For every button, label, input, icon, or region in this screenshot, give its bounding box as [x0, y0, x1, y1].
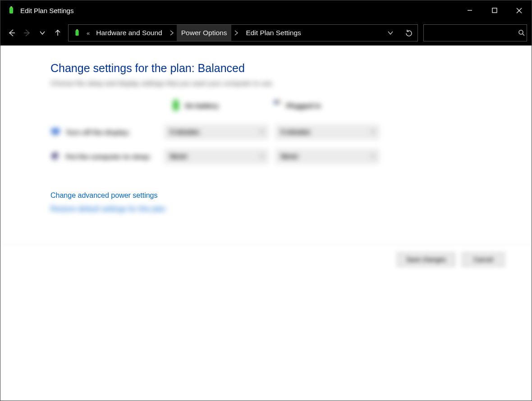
- nav-forward-button[interactable]: [19, 25, 35, 41]
- nav-up-button[interactable]: [50, 25, 65, 41]
- page-subtext: Choose the sleep and display settings th…: [50, 79, 505, 87]
- sleep-battery-dropdown[interactable]: Never: [165, 150, 268, 163]
- svg-rect-16: [54, 134, 57, 136]
- svg-rect-1: [10, 6, 12, 8]
- column-headers: On battery Plugged in: [171, 99, 505, 112]
- row-sleep: Put the computer to sleep: Never Never: [50, 146, 505, 166]
- plugged-in-label: Plugged in: [286, 102, 321, 109]
- restore-defaults-link[interactable]: Restore default settings for this plan: [50, 205, 505, 213]
- save-changes-button[interactable]: Save changes: [397, 252, 455, 267]
- display-icon: [50, 127, 60, 137]
- chevron-right-icon[interactable]: [231, 25, 241, 41]
- maximize-button[interactable]: [482, 0, 507, 20]
- display-battery-dropdown[interactable]: 5 minutes: [165, 125, 268, 139]
- search-box[interactable]: [423, 24, 527, 41]
- svg-rect-13: [174, 99, 177, 101]
- plugged-in-header: Plugged in: [273, 99, 321, 112]
- plug-icon: [273, 99, 282, 112]
- cancel-button[interactable]: Cancel: [462, 252, 505, 267]
- svg-line-11: [523, 34, 524, 36]
- svg-rect-15: [51, 128, 60, 134]
- row-label: Put the computer to sleep:: [66, 153, 165, 160]
- sleep-plugged-dropdown[interactable]: Never: [276, 150, 379, 163]
- window-title: Edit Plan Settings: [20, 7, 73, 14]
- breadcrumb-overflow-icon[interactable]: «: [85, 30, 92, 36]
- refresh-button[interactable]: [399, 25, 417, 41]
- change-advanced-link[interactable]: Change advanced power settings: [50, 191, 505, 200]
- close-button[interactable]: [507, 0, 532, 20]
- on-battery-header: On battery: [171, 99, 219, 112]
- battery-app-icon: [73, 29, 81, 37]
- nav-back-button[interactable]: [4, 25, 19, 41]
- address-history-dropdown[interactable]: [381, 25, 399, 41]
- battery-icon: [171, 99, 180, 112]
- on-battery-label: On battery: [185, 102, 219, 109]
- titlebar: Edit Plan Settings: [0, 0, 532, 20]
- minimize-button[interactable]: [457, 0, 482, 20]
- row-turn-off-display: Turn off the display: 5 minutes 5 minute…: [50, 122, 505, 142]
- svg-rect-3: [492, 8, 497, 13]
- svg-rect-12: [173, 100, 179, 110]
- sleep-icon: [50, 151, 60, 161]
- breadcrumb-power-options[interactable]: Power Options: [177, 25, 232, 41]
- address-bar[interactable]: « Hardware and Sound Power Options Edit …: [68, 24, 418, 41]
- svg-rect-9: [76, 29, 78, 31]
- row-label: Turn off the display:: [66, 128, 165, 136]
- content-area: Change settings for the plan: Balanced C…: [27, 46, 505, 213]
- breadcrumb-edit-plan-settings[interactable]: Edit Plan Settings: [241, 25, 305, 41]
- display-plugged-dropdown[interactable]: 5 minutes: [276, 125, 379, 139]
- navbar: « Hardware and Sound Power Options Edit …: [0, 20, 532, 46]
- breadcrumb-hardware-and-sound[interactable]: Hardware and Sound: [92, 25, 167, 41]
- links-section: Change advanced power settings Restore d…: [50, 191, 505, 213]
- page-heading: Change settings for the plan: Balanced: [50, 62, 505, 75]
- svg-rect-8: [75, 30, 78, 36]
- svg-point-10: [519, 30, 523, 34]
- nav-recent-button[interactable]: [35, 25, 50, 41]
- svg-point-14: [274, 100, 279, 104]
- search-icon[interactable]: [517, 25, 527, 41]
- footer-buttons: Save changes Cancel: [0, 244, 532, 275]
- search-input[interactable]: [424, 29, 517, 37]
- svg-rect-0: [9, 7, 13, 14]
- battery-app-icon: [7, 6, 16, 15]
- chevron-right-icon[interactable]: [167, 25, 177, 41]
